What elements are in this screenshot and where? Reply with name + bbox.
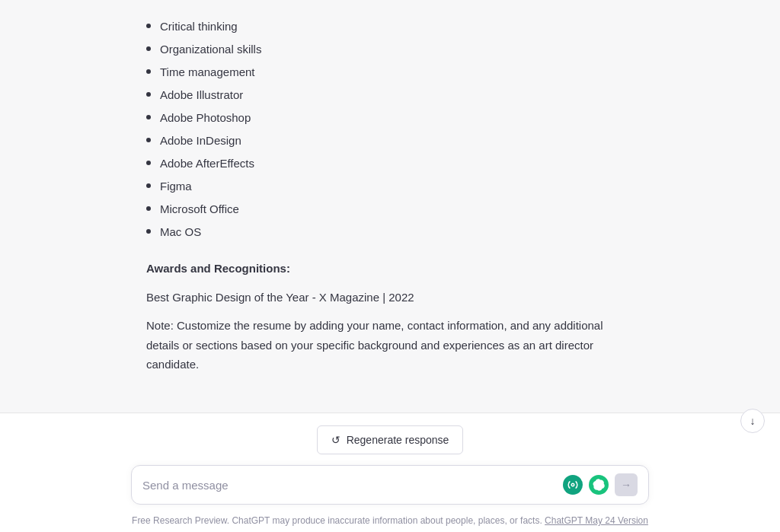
message-input-container: → (131, 465, 649, 505)
list-item-text: Figma (160, 177, 192, 196)
send-button[interactable]: → (615, 473, 638, 496)
bottom-panel: ↺ Regenerate response → (0, 413, 780, 532)
list-item: Adobe Photoshop (146, 107, 634, 129)
list-item: Critical thinking (146, 15, 634, 38)
footer-version-link[interactable]: ChatGPT May 24 Version (545, 515, 648, 526)
bullet-dot-icon (146, 229, 151, 234)
send-icon: → (621, 479, 631, 491)
list-item-text: Time management (160, 63, 255, 81)
bullet-dot-icon (146, 69, 151, 74)
list-item-text: Organizational skills (160, 40, 261, 59)
list-item-text: Adobe Illustrator (160, 86, 243, 104)
list-item-text: Adobe InDesign (160, 132, 241, 150)
list-item: Mac OS (146, 221, 634, 244)
note-text: Note: Customize the resume by adding you… (146, 316, 634, 374)
bullet-dot-icon (146, 24, 151, 28)
svg-point-0 (571, 483, 574, 486)
bullet-dot-icon (146, 183, 151, 188)
bullet-dot-icon (146, 115, 151, 119)
regenerate-button[interactable]: ↺ Regenerate response (317, 425, 464, 454)
bullet-dot-icon (146, 92, 151, 97)
list-item-text: Microsoft Office (160, 200, 239, 218)
footer-disclaimer: Free Research Preview. ChatGPT may produ… (132, 515, 648, 526)
regenerate-label: Regenerate response (347, 434, 449, 446)
list-item-text: Adobe Photoshop (160, 109, 251, 127)
awards-value: Best Graphic Design of the Year - X Maga… (146, 288, 634, 307)
chevron-down-icon: ↓ (750, 415, 756, 427)
list-item-text: Mac OS (160, 223, 201, 241)
list-item-text: Critical thinking (160, 18, 238, 36)
message-content: Critical thinkingOrganizational skillsTi… (131, 15, 649, 374)
input-icons-group: → (563, 473, 638, 496)
awards-label: Awards and Recognitions: (146, 259, 634, 279)
list-item: Time management (146, 61, 634, 84)
list-item: Organizational skills (146, 38, 634, 61)
list-item: Figma (146, 175, 634, 198)
chat-scroll-area[interactable]: Critical thinkingOrganizational skillsTi… (0, 0, 780, 413)
plugin-icon-2[interactable] (589, 475, 609, 495)
list-item: Adobe Illustrator (146, 84, 634, 107)
bullet-dot-icon (146, 161, 151, 165)
list-item: Adobe AfterEffects (146, 152, 634, 175)
list-item-text: Adobe AfterEffects (160, 155, 254, 173)
list-item: Adobe InDesign (146, 129, 634, 152)
skills-list: Critical thinkingOrganizational skillsTi… (146, 15, 634, 244)
regenerate-icon: ↺ (331, 434, 340, 446)
bullet-dot-icon (146, 46, 151, 51)
plugin-icon-1[interactable] (563, 475, 583, 495)
bullet-dot-icon (146, 206, 151, 211)
bullet-dot-icon (146, 138, 151, 142)
list-item: Microsoft Office (146, 198, 634, 221)
scroll-down-button[interactable]: ↓ (740, 409, 765, 433)
message-input[interactable] (142, 479, 563, 492)
